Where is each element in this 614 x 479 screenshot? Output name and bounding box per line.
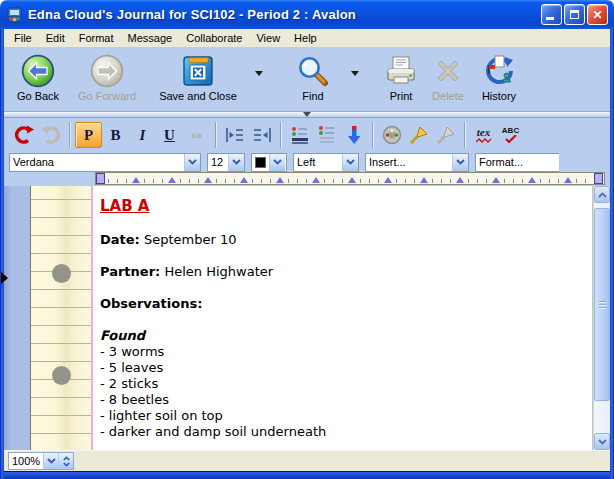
notebook-margin xyxy=(31,186,91,450)
chevron-down-icon[interactable] xyxy=(184,154,200,171)
font-size-select[interactable]: 12 xyxy=(207,153,245,172)
chevron-up-icon xyxy=(598,192,607,198)
window-title: Edna Cloud's Journal for SCI102 - Period… xyxy=(28,7,541,22)
scrollbar-grip-icon xyxy=(599,301,606,309)
zoom-dropdown-button[interactable] xyxy=(43,453,58,469)
main-toolbar: Go Back Go Forward xyxy=(4,47,610,111)
tab-stop-marker[interactable] xyxy=(276,177,284,183)
menu-file[interactable]: File xyxy=(8,30,40,46)
maximize-icon xyxy=(570,10,579,19)
tab-stop-marker[interactable] xyxy=(204,177,212,183)
format-toolbar: P B I U «» xyxy=(4,118,610,152)
menu-view[interactable]: View xyxy=(250,30,288,46)
close-icon: ✕ xyxy=(592,9,602,21)
left-indent-marker[interactable] xyxy=(96,173,105,184)
menu-collaborate[interactable]: Collaborate xyxy=(180,30,250,46)
spellcheck-button[interactable]: ABC xyxy=(497,122,524,148)
find-button[interactable]: Find xyxy=(284,51,342,102)
list-item: - 3 worms xyxy=(100,344,586,360)
scroll-up-button[interactable] xyxy=(594,186,610,203)
chevron-down-icon[interactable] xyxy=(228,154,244,171)
undo-button[interactable] xyxy=(10,122,37,148)
zoom-control[interactable]: 100% xyxy=(8,452,74,470)
go-forward-button: Go Forward xyxy=(64,51,150,102)
undo-icon xyxy=(13,124,35,146)
ruler-strip[interactable] xyxy=(95,172,605,185)
app-icon xyxy=(6,6,23,23)
sidebar-gutter[interactable] xyxy=(4,186,30,450)
insert-select[interactable]: Insert... xyxy=(365,153,469,172)
indent-decrease-icon xyxy=(251,124,273,146)
journal-page[interactable]: LAB A Date: September 10 Partner: Helen … xyxy=(93,186,592,450)
print-button[interactable]: Print xyxy=(378,51,424,102)
scrollbar-thumb[interactable] xyxy=(594,208,610,401)
save-and-close-dropdown[interactable] xyxy=(246,71,272,76)
move-down-button[interactable] xyxy=(340,122,367,148)
go-back-button[interactable]: Go Back xyxy=(12,51,64,102)
delete-button: Delete xyxy=(424,51,472,102)
spellcheck-icon: ABC xyxy=(502,127,519,143)
format-painter-button xyxy=(432,122,459,148)
tab-stop-marker[interactable] xyxy=(348,177,356,183)
tab-stop-marker[interactable] xyxy=(168,177,176,183)
save-and-close-button[interactable]: Save and Close xyxy=(150,51,246,102)
scroll-down-button[interactable] xyxy=(594,433,610,450)
history-icon xyxy=(481,53,517,89)
format-painter-icon xyxy=(435,124,457,146)
quotes-button: «» xyxy=(183,122,210,148)
sidebar-expand-arrow[interactable] xyxy=(1,272,8,284)
toolbar-separator xyxy=(69,122,70,148)
close-button[interactable]: ✕ xyxy=(587,4,608,25)
redo-icon xyxy=(40,124,62,146)
indent-decrease-button[interactable] xyxy=(248,122,275,148)
find-dropdown[interactable] xyxy=(342,71,368,76)
italic-button[interactable]: I xyxy=(129,122,156,148)
history-button[interactable]: History xyxy=(472,51,526,102)
tab-stop-marker[interactable] xyxy=(528,177,536,183)
menu-edit[interactable]: Edit xyxy=(40,30,73,46)
minimize-button[interactable] xyxy=(541,4,562,25)
toolbar-splitter[interactable] xyxy=(4,111,610,118)
menu-format[interactable]: Format xyxy=(73,30,122,46)
tab-stop-marker[interactable] xyxy=(420,177,428,183)
tab-stop-marker[interactable] xyxy=(384,177,392,183)
tab-stop-marker[interactable] xyxy=(240,177,248,183)
vertical-scrollbar[interactable] xyxy=(593,186,610,450)
save-and-close-label: Save and Close xyxy=(159,90,237,102)
chevron-down-icon[interactable] xyxy=(342,154,358,171)
tab-stop-marker[interactable] xyxy=(492,177,500,183)
highlighter-button[interactable] xyxy=(405,122,432,148)
date-line: Date: September 10 xyxy=(100,232,586,248)
menu-message[interactable]: Message xyxy=(122,30,181,46)
list-item: - lighter soil on top xyxy=(100,408,586,424)
font-color-select[interactable] xyxy=(251,153,287,172)
bold-button[interactable]: B xyxy=(102,122,129,148)
tab-stop-marker[interactable] xyxy=(312,177,320,183)
align-select[interactable]: Left xyxy=(293,153,359,172)
paragraph-style-button[interactable]: P xyxy=(75,122,102,148)
maximize-button[interactable] xyxy=(564,4,585,25)
thesaurus-button[interactable]: tex xyxy=(470,122,497,148)
color-wheel-button xyxy=(378,122,405,148)
menu-help[interactable]: Help xyxy=(288,30,325,46)
redo-button xyxy=(37,122,64,148)
journal-text[interactable]: LAB A Date: September 10 Partner: Helen … xyxy=(100,198,586,440)
tab-stop-marker[interactable] xyxy=(132,177,140,183)
right-indent-marker[interactable] xyxy=(594,173,603,184)
format-select[interactable]: Format... xyxy=(475,153,559,172)
insert-value: Insert... xyxy=(366,156,452,168)
ruler-row xyxy=(4,172,610,186)
tab-stop-marker[interactable] xyxy=(564,177,572,183)
list-item: - 8 beetles xyxy=(100,392,586,408)
tab-stop-marker[interactable] xyxy=(456,177,464,183)
underline-button[interactable]: U xyxy=(156,122,183,148)
indent-increase-button[interactable] xyxy=(221,122,248,148)
line-spacing-button[interactable] xyxy=(313,122,340,148)
chevron-down-icon[interactable] xyxy=(269,154,285,171)
title-bar[interactable]: Edna Cloud's Journal for SCI102 - Period… xyxy=(0,0,614,29)
chevron-down-icon xyxy=(255,71,263,76)
list-options-button[interactable] xyxy=(286,122,313,148)
chevron-down-icon[interactable] xyxy=(452,154,468,171)
zoom-spinner[interactable] xyxy=(58,453,73,469)
font-select[interactable]: Verdana xyxy=(9,153,201,172)
